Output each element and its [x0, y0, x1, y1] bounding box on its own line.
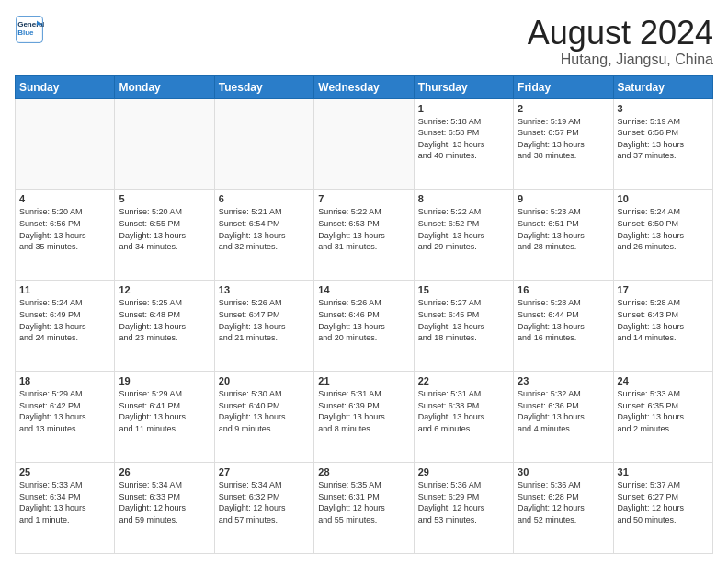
table-row: 15Sunrise: 5:27 AM Sunset: 6:45 PM Dayli…: [414, 281, 513, 372]
day-info: Sunrise: 5:29 AM Sunset: 6:41 PM Dayligh…: [119, 388, 210, 434]
table-row: [314, 98, 414, 190]
day-info: Sunrise: 5:32 AM Sunset: 6:36 PM Dayligh…: [518, 388, 609, 434]
day-info: Sunrise: 5:23 AM Sunset: 6:51 PM Dayligh…: [518, 206, 609, 252]
day-info: Sunrise: 5:36 AM Sunset: 6:29 PM Dayligh…: [418, 479, 509, 525]
calendar-week-row: 4Sunrise: 5:20 AM Sunset: 6:56 PM Daylig…: [16, 190, 713, 281]
table-row: [16, 98, 115, 190]
table-row: 2Sunrise: 5:19 AM Sunset: 6:57 PM Daylig…: [514, 98, 613, 190]
table-row: 10Sunrise: 5:24 AM Sunset: 6:50 PM Dayli…: [613, 190, 712, 281]
svg-text:Blue: Blue: [17, 29, 34, 37]
day-number: 2: [518, 103, 609, 114]
day-number: 28: [318, 466, 409, 477]
day-info: Sunrise: 5:37 AM Sunset: 6:27 PM Dayligh…: [618, 479, 709, 525]
day-number: 18: [19, 375, 110, 386]
day-number: 14: [318, 284, 409, 295]
day-info: Sunrise: 5:24 AM Sunset: 6:49 PM Dayligh…: [19, 297, 110, 343]
day-number: 26: [119, 466, 210, 477]
col-wednesday: Wednesday: [314, 75, 414, 98]
table-row: 27Sunrise: 5:34 AM Sunset: 6:32 PM Dayli…: [214, 463, 313, 554]
day-info: Sunrise: 5:33 AM Sunset: 6:34 PM Dayligh…: [19, 479, 110, 525]
day-number: 5: [119, 193, 210, 204]
day-number: 24: [618, 375, 709, 386]
table-row: 26Sunrise: 5:34 AM Sunset: 6:33 PM Dayli…: [115, 463, 214, 554]
day-number: 11: [19, 284, 110, 295]
day-info: Sunrise: 5:35 AM Sunset: 6:31 PM Dayligh…: [318, 479, 409, 525]
table-row: 23Sunrise: 5:32 AM Sunset: 6:36 PM Dayli…: [514, 372, 613, 463]
calendar-week-row: 1Sunrise: 5:18 AM Sunset: 6:58 PM Daylig…: [16, 98, 713, 190]
day-info: Sunrise: 5:21 AM Sunset: 6:54 PM Dayligh…: [219, 206, 310, 252]
day-info: Sunrise: 5:18 AM Sunset: 6:58 PM Dayligh…: [418, 116, 509, 162]
col-tuesday: Tuesday: [214, 75, 313, 98]
table-row: 31Sunrise: 5:37 AM Sunset: 6:27 PM Dayli…: [613, 463, 712, 554]
calendar-week-row: 11Sunrise: 5:24 AM Sunset: 6:49 PM Dayli…: [16, 281, 713, 372]
calendar-week-row: 25Sunrise: 5:33 AM Sunset: 6:34 PM Dayli…: [16, 463, 713, 554]
logo-icon: General Blue: [15, 15, 44, 44]
col-thursday: Thursday: [414, 75, 513, 98]
table-row: 8Sunrise: 5:22 AM Sunset: 6:52 PM Daylig…: [414, 190, 513, 281]
table-row: 28Sunrise: 5:35 AM Sunset: 6:31 PM Dayli…: [314, 463, 414, 554]
day-number: 3: [618, 103, 709, 114]
col-sunday: Sunday: [16, 75, 115, 98]
day-number: 23: [518, 375, 609, 386]
day-number: 27: [219, 466, 310, 477]
day-number: 15: [418, 284, 509, 295]
table-row: 5Sunrise: 5:20 AM Sunset: 6:55 PM Daylig…: [115, 190, 214, 281]
day-info: Sunrise: 5:26 AM Sunset: 6:46 PM Dayligh…: [318, 297, 409, 343]
table-row: 3Sunrise: 5:19 AM Sunset: 6:56 PM Daylig…: [613, 98, 712, 190]
table-row: [214, 98, 313, 190]
table-row: 13Sunrise: 5:26 AM Sunset: 6:47 PM Dayli…: [214, 281, 313, 372]
day-number: 30: [518, 466, 609, 477]
table-row: 4Sunrise: 5:20 AM Sunset: 6:56 PM Daylig…: [16, 190, 115, 281]
page: General Blue August 2024 Hutang, Jiangsu…: [0, 0, 728, 563]
day-number: 31: [618, 466, 709, 477]
day-number: 17: [618, 284, 709, 295]
table-row: 16Sunrise: 5:28 AM Sunset: 6:44 PM Dayli…: [514, 281, 613, 372]
day-info: Sunrise: 5:20 AM Sunset: 6:56 PM Dayligh…: [19, 206, 110, 252]
day-info: Sunrise: 5:36 AM Sunset: 6:28 PM Dayligh…: [518, 479, 609, 525]
day-number: 6: [219, 193, 310, 204]
day-info: Sunrise: 5:34 AM Sunset: 6:33 PM Dayligh…: [119, 479, 210, 525]
title-block: August 2024 Hutang, Jiangsu, China: [528, 15, 713, 68]
day-info: Sunrise: 5:28 AM Sunset: 6:43 PM Dayligh…: [618, 297, 709, 343]
day-info: Sunrise: 5:20 AM Sunset: 6:55 PM Dayligh…: [119, 206, 210, 252]
day-number: 20: [219, 375, 310, 386]
day-info: Sunrise: 5:34 AM Sunset: 6:32 PM Dayligh…: [219, 479, 310, 525]
day-info: Sunrise: 5:22 AM Sunset: 6:53 PM Dayligh…: [318, 206, 409, 252]
table-row: 22Sunrise: 5:31 AM Sunset: 6:38 PM Dayli…: [414, 372, 513, 463]
table-row: 24Sunrise: 5:33 AM Sunset: 6:35 PM Dayli…: [613, 372, 712, 463]
day-info: Sunrise: 5:19 AM Sunset: 6:57 PM Dayligh…: [518, 116, 609, 162]
table-row: 25Sunrise: 5:33 AM Sunset: 6:34 PM Dayli…: [16, 463, 115, 554]
table-row: 18Sunrise: 5:29 AM Sunset: 6:42 PM Dayli…: [16, 372, 115, 463]
day-info: Sunrise: 5:29 AM Sunset: 6:42 PM Dayligh…: [19, 388, 110, 434]
table-row: 21Sunrise: 5:31 AM Sunset: 6:39 PM Dayli…: [314, 372, 414, 463]
calendar-table: Sunday Monday Tuesday Wednesday Thursday…: [15, 75, 713, 554]
day-info: Sunrise: 5:31 AM Sunset: 6:39 PM Dayligh…: [318, 388, 409, 434]
day-info: Sunrise: 5:27 AM Sunset: 6:45 PM Dayligh…: [418, 297, 509, 343]
day-number: 8: [418, 193, 509, 204]
day-info: Sunrise: 5:30 AM Sunset: 6:40 PM Dayligh…: [219, 388, 310, 434]
table-row: 17Sunrise: 5:28 AM Sunset: 6:43 PM Dayli…: [613, 281, 712, 372]
table-row: 11Sunrise: 5:24 AM Sunset: 6:49 PM Dayli…: [16, 281, 115, 372]
day-number: 12: [119, 284, 210, 295]
col-monday: Monday: [115, 75, 214, 98]
header: General Blue August 2024 Hutang, Jiangsu…: [15, 15, 713, 68]
day-info: Sunrise: 5:25 AM Sunset: 6:48 PM Dayligh…: [119, 297, 210, 343]
day-number: 19: [119, 375, 210, 386]
table-row: 6Sunrise: 5:21 AM Sunset: 6:54 PM Daylig…: [214, 190, 313, 281]
day-number: 9: [518, 193, 609, 204]
day-number: 29: [418, 466, 509, 477]
day-number: 4: [19, 193, 110, 204]
table-row: 12Sunrise: 5:25 AM Sunset: 6:48 PM Dayli…: [115, 281, 214, 372]
table-row: 7Sunrise: 5:22 AM Sunset: 6:53 PM Daylig…: [314, 190, 414, 281]
day-info: Sunrise: 5:28 AM Sunset: 6:44 PM Dayligh…: [518, 297, 609, 343]
table-row: 20Sunrise: 5:30 AM Sunset: 6:40 PM Dayli…: [214, 372, 313, 463]
table-row: 19Sunrise: 5:29 AM Sunset: 6:41 PM Dayli…: [115, 372, 214, 463]
day-number: 22: [418, 375, 509, 386]
day-number: 25: [19, 466, 110, 477]
main-title: August 2024: [528, 15, 713, 52]
day-info: Sunrise: 5:22 AM Sunset: 6:52 PM Dayligh…: [418, 206, 509, 252]
day-info: Sunrise: 5:24 AM Sunset: 6:50 PM Dayligh…: [618, 206, 709, 252]
day-info: Sunrise: 5:19 AM Sunset: 6:56 PM Dayligh…: [618, 116, 709, 162]
table-row: 14Sunrise: 5:26 AM Sunset: 6:46 PM Dayli…: [314, 281, 414, 372]
table-row: 9Sunrise: 5:23 AM Sunset: 6:51 PM Daylig…: [514, 190, 613, 281]
